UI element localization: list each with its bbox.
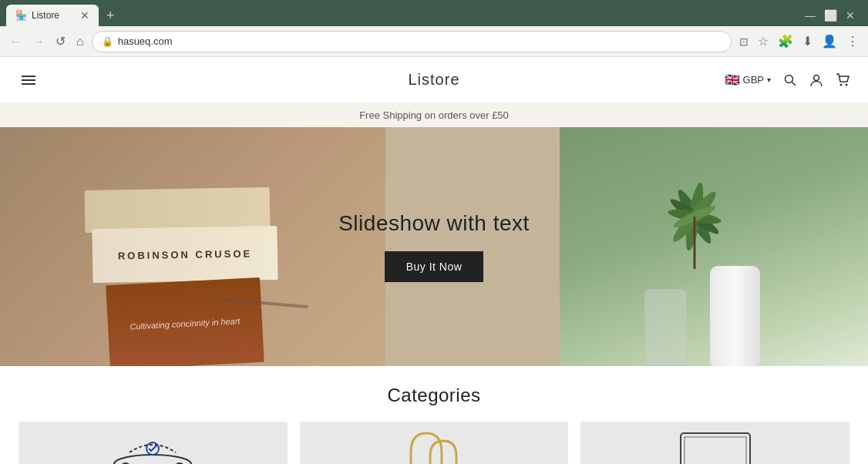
new-tab-button[interactable]: + [102, 6, 119, 25]
svg-point-2 [814, 75, 819, 80]
category-card-tools[interactable] [19, 422, 288, 464]
store-logo: Listore [408, 71, 459, 89]
search-button[interactable] [783, 73, 797, 87]
cart-button[interactable] [836, 73, 849, 87]
white-vase [710, 266, 760, 366]
categories-title: Categories [19, 385, 849, 406]
tab-favicon: 🏪 [15, 10, 27, 21]
profile-icon[interactable]: 👤 [819, 32, 840, 50]
browser-toolbar: ← → ↺ ⌂ 🔒 hasueq.com ⊡ ☆ 🧩 ⬇ 👤 ⋮ [0, 26, 868, 57]
back-button[interactable]: ← [6, 33, 25, 50]
extensions-icon[interactable]: 🧩 [775, 32, 796, 50]
category-card-jewelry[interactable] [300, 422, 569, 464]
electronics-category-icon [669, 425, 762, 464]
buy-it-now-button[interactable]: Buy It Now [385, 251, 484, 282]
search-icon [783, 73, 797, 87]
book-middle: ROBINSON CRUSOE [92, 226, 278, 283]
book-subtitle: Cultivating concinnity in heart [123, 310, 247, 338]
plant-decoration [641, 155, 749, 274]
categories-grid [19, 422, 849, 464]
tab-title: Listore [32, 10, 76, 21]
reload-button[interactable]: ↺ [52, 32, 69, 50]
svg-rect-16 [681, 433, 750, 464]
menu-icon[interactable]: ⋮ [843, 32, 862, 50]
window-controls: — ⬜ ✕ [805, 10, 862, 21]
forward-button[interactable]: → [29, 33, 48, 50]
svg-point-3 [840, 83, 843, 86]
chevron-down-icon: ▾ [767, 76, 771, 84]
home-button[interactable]: ⌂ [73, 33, 87, 50]
minimize-button[interactable]: — [805, 10, 816, 21]
restore-button[interactable]: ⬜ [825, 10, 836, 21]
plant-svg [641, 155, 749, 271]
vases-decoration [644, 266, 760, 366]
category-card-electronics[interactable] [580, 422, 849, 464]
hamburger-line-3 [22, 83, 35, 85]
currency-label: GBP [743, 74, 764, 86]
currency-selector[interactable]: 🇬🇧 GBP ▾ [725, 72, 771, 87]
store-header: Listore 🇬🇧 GBP ▾ [0, 57, 868, 103]
downloads-icon[interactable]: ⬇ [799, 32, 816, 50]
header-actions: 🇬🇧 GBP ▾ [725, 72, 849, 87]
book-bottom: Cultivating concinnity in heart [106, 277, 264, 366]
categories-section: Categories [0, 366, 868, 464]
cart-icon [836, 73, 849, 87]
user-icon [809, 73, 823, 87]
hamburger-line-1 [22, 76, 35, 77]
book-title-robinson: ROBINSON CRUSOE [118, 247, 253, 261]
address-bar[interactable]: 🔒 hasueq.com [92, 31, 732, 52]
jewelry-category-icon [388, 425, 480, 464]
svg-point-4 [846, 83, 848, 86]
account-button[interactable] [809, 73, 823, 87]
svg-point-0 [786, 75, 793, 82]
promo-banner: Free Shipping on orders over £50 [0, 103, 868, 127]
tools-category-icon [106, 425, 199, 464]
hero-section: ROBINSON CRUSOE Cultivating concinnity i… [0, 127, 868, 366]
tab-bar: 🏪 Listore ✕ + — ⬜ ✕ [0, 0, 868, 26]
promo-text: Free Shipping on orders over £50 [359, 109, 509, 121]
hero-title: Slideshow with text [338, 211, 530, 236]
store-content: Listore 🇬🇧 GBP ▾ [0, 57, 868, 464]
toolbar-action-buttons: ⊡ ☆ 🧩 ⬇ 👤 ⋮ [736, 32, 862, 50]
hero-content: Slideshow with text Buy It Now [338, 211, 530, 282]
bookmark-icon[interactable]: ☆ [755, 32, 772, 50]
hamburger-line-2 [22, 79, 35, 81]
url-text: hasueq.com [118, 35, 722, 47]
tab-close-button[interactable]: ✕ [80, 9, 89, 22]
svg-rect-17 [685, 437, 746, 464]
close-button[interactable]: ✕ [845, 10, 856, 21]
svg-line-1 [792, 82, 796, 86]
browser-window: 🏪 Listore ✕ + — ⬜ ✕ ← → ↺ ⌂ 🔒 hasueq.com… [0, 0, 868, 57]
cast-icon[interactable]: ⊡ [736, 32, 752, 50]
clear-vase [644, 289, 687, 366]
security-lock-icon: 🔒 [102, 36, 113, 47]
flag-icon: 🇬🇧 [725, 72, 740, 87]
hamburger-menu-button[interactable] [19, 72, 39, 88]
active-tab[interactable]: 🏪 Listore ✕ [6, 5, 99, 26]
